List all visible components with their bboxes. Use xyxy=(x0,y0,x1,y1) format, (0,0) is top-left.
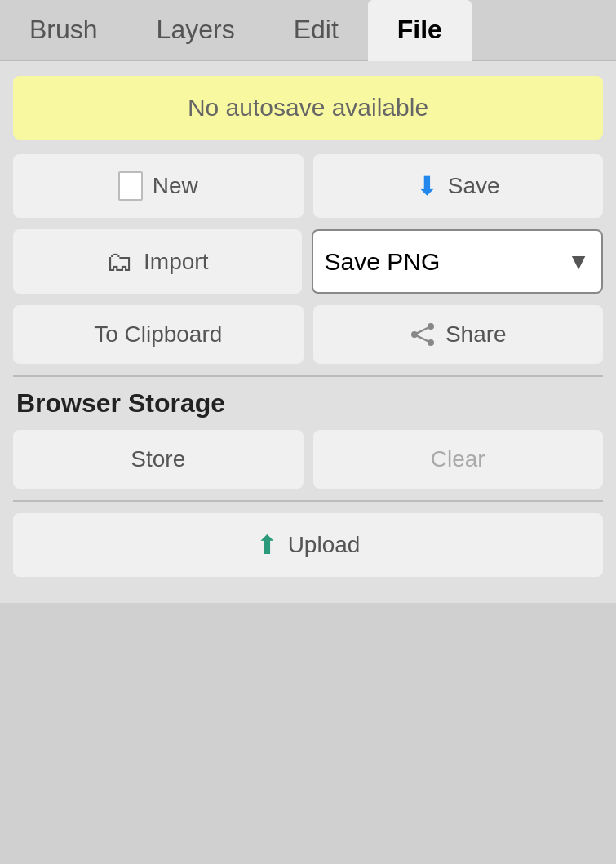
autosave-banner: No autosave available xyxy=(13,76,603,140)
tab-file[interactable]: File xyxy=(368,0,472,61)
to-clipboard-label: To Clipboard xyxy=(94,321,222,348)
row-upload: ⬆ Upload xyxy=(13,513,603,577)
tab-edit[interactable]: Edit xyxy=(264,0,368,60)
share-icon xyxy=(410,321,436,348)
upload-button[interactable]: ⬆ Upload xyxy=(13,513,603,577)
import-button[interactable]: 🗂 Import xyxy=(13,229,302,294)
row-store-clear: Store Clear xyxy=(13,430,603,489)
save-button-label: Save xyxy=(448,173,500,199)
svg-line-4 xyxy=(414,335,431,343)
clear-button-label: Clear xyxy=(431,446,485,472)
save-format-select[interactable]: Save PNG Save JPG Save SVG Save PSD xyxy=(325,248,561,275)
tab-layers[interactable]: Layers xyxy=(127,0,264,60)
save-button[interactable]: ⬇ Save xyxy=(313,154,604,218)
row-clipboard-share: To Clipboard Share xyxy=(13,305,603,364)
tab-bar: Brush Layers Edit File xyxy=(0,0,616,61)
share-button[interactable]: Share xyxy=(313,305,604,364)
save-format-dropdown[interactable]: Save PNG Save JPG Save SVG Save PSD ▼ xyxy=(312,229,604,294)
new-file-icon xyxy=(118,171,143,201)
import-icon: 🗂 xyxy=(106,246,134,277)
to-clipboard-button[interactable]: To Clipboard xyxy=(13,305,304,364)
new-button[interactable]: New xyxy=(13,154,304,218)
tab-brush[interactable]: Brush xyxy=(0,0,127,60)
upload-icon: ⬆ xyxy=(256,529,278,560)
store-button[interactable]: Store xyxy=(13,430,304,489)
autosave-message: No autosave available xyxy=(188,94,428,121)
section-divider-1 xyxy=(13,375,603,377)
dropdown-arrow-icon: ▼ xyxy=(567,249,590,275)
row-new-save: New ⬇ Save xyxy=(13,154,603,218)
upload-button-label: Upload xyxy=(288,532,361,558)
save-icon: ⬇ xyxy=(416,171,438,202)
row-import-dropdown: 🗂 Import Save PNG Save JPG Save SVG Save… xyxy=(13,229,603,294)
import-button-label: Import xyxy=(144,249,208,275)
svg-line-3 xyxy=(414,326,431,335)
file-panel: No autosave available New ⬇ Save 🗂 Impor… xyxy=(0,61,616,603)
section-divider-2 xyxy=(13,500,603,502)
clear-button[interactable]: Clear xyxy=(313,430,604,489)
new-button-label: New xyxy=(153,173,198,199)
store-button-label: Store xyxy=(131,446,185,472)
browser-storage-heading: Browser Storage xyxy=(13,388,603,419)
share-button-label: Share xyxy=(445,321,507,348)
